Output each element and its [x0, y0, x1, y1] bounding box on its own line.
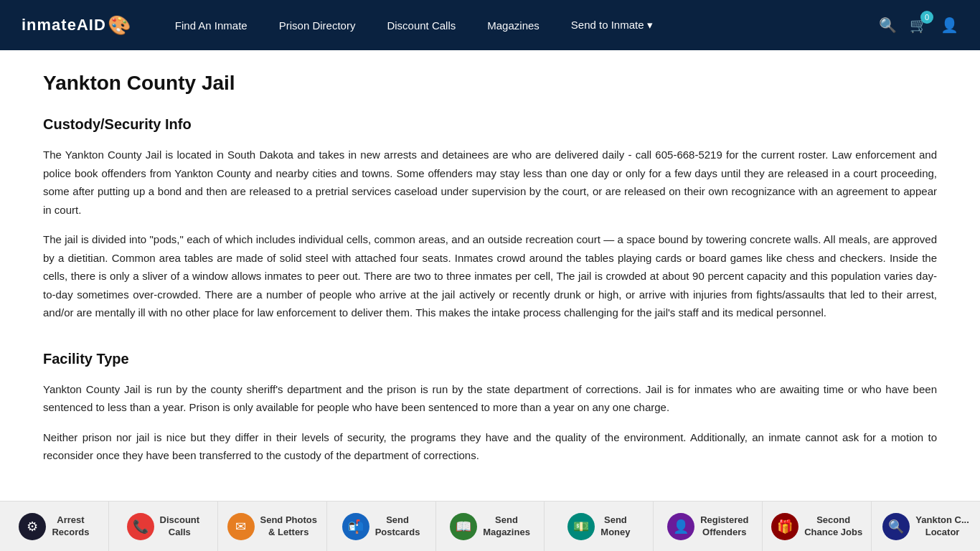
- section-facility: Facility TypeYankton County Jail is run …: [43, 351, 937, 465]
- section-paragraph: Neither prison nor jail is nice but they…: [43, 428, 937, 465]
- section-paragraph: The Yankton County Jail is located in So…: [43, 146, 937, 219]
- nav-item-magazines[interactable]: Magazines: [471, 0, 555, 50]
- cart-badge: 0: [920, 11, 933, 24]
- send-photos-label: Send Photos& Letters: [260, 514, 317, 539]
- discount-calls-label: DiscountCalls: [160, 514, 200, 539]
- section-heading-custody: Custody/Security Info: [43, 116, 937, 133]
- header-icons: 🔍 🛒 0 👤: [879, 17, 958, 34]
- send-postcards-label: SendPostcards: [375, 514, 420, 539]
- send-magazines-icon: 📖: [450, 513, 477, 540]
- footer-item-yankton-locator[interactable]: 🔍Yankton C...Locator: [872, 501, 980, 551]
- send-magazines-label: SendMagazines: [483, 514, 530, 539]
- send-money-label: SendMoney: [600, 514, 630, 539]
- user-icon[interactable]: 👤: [941, 17, 958, 34]
- second-chance-jobs-label: SecondChance Jobs: [804, 514, 862, 539]
- footer-item-send-photos[interactable]: ✉Send Photos& Letters: [218, 501, 327, 551]
- nav-item-discount-calls[interactable]: Discount Calls: [371, 0, 471, 50]
- footer-item-send-magazines[interactable]: 📖SendMagazines: [436, 501, 545, 551]
- section-heading-facility: Facility Type: [43, 351, 937, 367]
- footer-item-send-postcards[interactable]: 📬SendPostcards: [327, 501, 436, 551]
- section-paragraph: The jail is divided into "pods," each of…: [43, 230, 937, 322]
- main-nav: Find An InmatePrison DirectoryDiscount C…: [159, 0, 879, 50]
- search-icon[interactable]: 🔍: [879, 17, 897, 34]
- main-header: inmateAID 🎨 Find An InmatePrison Directo…: [0, 0, 980, 50]
- send-photos-icon: ✉: [227, 513, 255, 540]
- footer-item-send-money[interactable]: 💵SendMoney: [545, 501, 654, 551]
- section-paragraph: Yankton County Jail is run by the county…: [43, 380, 937, 417]
- discount-calls-icon: 📞: [127, 513, 154, 540]
- arrest-records-icon: ⚙: [19, 513, 46, 540]
- logo-text: inmateAID: [22, 16, 106, 34]
- send-money-icon: 💵: [567, 513, 595, 540]
- footer-item-arrest-records[interactable]: ⚙ArrestRecords: [0, 501, 109, 551]
- footer-item-registered-offenders[interactable]: 👤RegisteredOffenders: [654, 501, 763, 551]
- send-postcards-icon: 📬: [342, 513, 369, 540]
- cart-icon[interactable]: 🛒 0: [910, 17, 928, 34]
- registered-offenders-label: RegisteredOffenders: [700, 514, 748, 539]
- nav-item-find-an-inmate[interactable]: Find An Inmate: [159, 0, 263, 50]
- section-custody: Custody/Security InfoThe Yankton County …: [43, 116, 937, 322]
- footer-item-second-chance-jobs[interactable]: 🎁SecondChance Jobs: [763, 501, 872, 551]
- footer-item-discount-calls[interactable]: 📞DiscountCalls: [109, 501, 218, 551]
- yankton-locator-icon: 🔍: [882, 513, 910, 540]
- page-title: Yankton County Jail: [43, 72, 937, 95]
- nav-item-prison-directory[interactable]: Prison Directory: [263, 0, 372, 50]
- logo-icon: 🎨: [108, 14, 131, 37]
- registered-offenders-icon: 👤: [667, 513, 694, 540]
- main-content: Yankton County Jail Custody/Security Inf…: [0, 50, 980, 551]
- nav-item-send-to-inmate[interactable]: Send to Inmate ▾: [555, 0, 669, 50]
- arrest-records-label: ArrestRecords: [52, 514, 89, 539]
- logo[interactable]: inmateAID 🎨: [22, 14, 131, 37]
- footer-bar: ⚙ArrestRecords📞DiscountCalls✉Send Photos…: [0, 501, 980, 551]
- second-chance-jobs-icon: 🎁: [771, 513, 798, 540]
- yankton-locator-label: Yankton C...Locator: [915, 514, 969, 539]
